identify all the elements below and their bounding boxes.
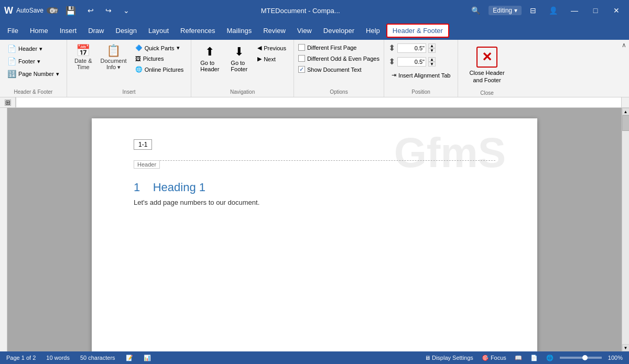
redo-button[interactable]: ↪: [101, 4, 116, 17]
date-time-btn[interactable]: 📅 Date &Time: [71, 43, 95, 72]
document-info-btn[interactable]: 📋 DocumentInfo ▾: [97, 43, 130, 73]
go-to-footer-btn[interactable]: ⬇ Go toFooter: [226, 43, 252, 74]
focus-btn[interactable]: 🎯 Focus: [480, 355, 508, 361]
diff-first-page-checkbox[interactable]: [298, 44, 305, 51]
online-pictures-btn[interactable]: 🌐 Online Pictures: [132, 64, 187, 74]
minimize-button[interactable]: —: [566, 2, 583, 19]
page-info[interactable]: Page 1 of 2: [4, 355, 38, 361]
ruler-toggle[interactable]: ⊞: [5, 100, 11, 106]
print-layout-btn[interactable]: 📄: [528, 355, 540, 361]
document-area[interactable]: GfmS 1-1 Header 1 Heading 1 Let's add pa…: [7, 108, 622, 351]
proofing-icon[interactable]: 📝: [124, 355, 135, 361]
left-ruler: [0, 108, 7, 351]
scroll-up-btn[interactable]: ▲: [622, 108, 630, 115]
char-count[interactable]: 50 characters: [78, 355, 117, 361]
heading1-number: 1: [134, 181, 140, 194]
close-header-footer-btn[interactable]: ✕ Close Headerand Footer: [462, 43, 511, 88]
insert-group-content: 📅 Date &Time 📋 DocumentInfo ▾ 🔷 Quick Pa…: [71, 43, 187, 87]
scroll-track[interactable]: [622, 115, 630, 344]
share-button[interactable]: 👤: [545, 4, 562, 17]
menu-help[interactable]: Help: [361, 25, 385, 37]
editing-dropdown[interactable]: Editing ▾: [489, 6, 522, 15]
quick-parts-icon: 🔷: [135, 45, 143, 51]
prev-next-col: ◀ Previous ▶ Next: [254, 43, 289, 64]
next-btn[interactable]: ▶ Next: [254, 54, 289, 64]
read-mode-btn[interactable]: 📖: [513, 355, 524, 361]
insert-alignment-tab-btn[interactable]: ⇥ Insert Alignment Tab: [388, 70, 453, 80]
bottom-position-up[interactable]: ▲: [428, 57, 436, 62]
ribbon-display-button[interactable]: ⊟: [526, 4, 540, 17]
right-scrollbar: ▲ ▼: [622, 108, 629, 351]
save-button[interactable]: 💾: [61, 4, 80, 18]
previous-btn[interactable]: ◀ Previous: [254, 43, 289, 53]
top-position-input[interactable]: [397, 43, 426, 53]
menu-mailings[interactable]: Mailings: [222, 25, 257, 37]
autosave-toggle[interactable]: Off: [47, 7, 58, 14]
header-dropdown-btn[interactable]: 📄 Header ▾: [4, 43, 62, 54]
show-doc-text-option[interactable]: Show Document Text: [298, 65, 362, 74]
zoom-percent[interactable]: 100%: [606, 355, 625, 361]
menu-insert[interactable]: Insert: [55, 25, 82, 37]
diff-odd-even-option[interactable]: Different Odd & Even Pages: [298, 54, 379, 63]
quick-parts-btn[interactable]: 🔷 Quick Parts ▾: [132, 43, 187, 53]
document-page: GfmS 1-1 Header 1 Heading 1 Let's add pa…: [92, 118, 537, 351]
online-pictures-label: Online Pictures: [145, 67, 184, 73]
diff-first-page-option[interactable]: Different First Page: [298, 43, 357, 52]
zoom-slider[interactable]: [560, 357, 602, 359]
document-info-icon: 📋: [106, 45, 121, 57]
menu-draw[interactable]: Draw: [83, 25, 109, 37]
top-position-up[interactable]: ▲: [428, 43, 436, 48]
hf-group-label: Header & Footer: [14, 87, 52, 95]
scroll-thumb[interactable]: [622, 115, 630, 131]
position-group-label: Position: [411, 87, 430, 95]
go-to-header-btn[interactable]: ⬆ Go toHeader: [196, 43, 224, 74]
menu-developer[interactable]: Developer: [318, 25, 360, 37]
ribbon-group-navigation: ⬆ Go toHeader ⬇ Go toFooter ◀ Previous ▶…: [191, 40, 294, 97]
ribbon-group-close: ✕ Close Headerand Footer Close: [458, 40, 515, 97]
footer-dropdown-arrow: ▾: [37, 58, 40, 65]
customize-qat-button[interactable]: ⌄: [119, 4, 134, 17]
status-left: Page 1 of 2 10 words 50 characters 📝 📊: [4, 355, 153, 361]
menu-design[interactable]: Design: [111, 25, 142, 37]
scroll-down-btn[interactable]: ▼: [622, 344, 630, 351]
search-button[interactable]: 🔍: [467, 4, 484, 17]
alignment-tab-icon: ⇥: [392, 72, 396, 79]
maximize-button[interactable]: □: [587, 2, 604, 19]
track-changes-icon[interactable]: 📊: [142, 355, 153, 361]
close-header-footer-label: Close Headerand Footer: [469, 69, 504, 84]
menu-review[interactable]: Review: [258, 25, 291, 37]
menu-references[interactable]: References: [175, 25, 220, 37]
zoom-thumb[interactable]: [582, 355, 588, 360]
next-icon: ▶: [257, 56, 262, 62]
word-count[interactable]: 10 words: [44, 355, 72, 361]
page-number-btn[interactable]: 🔢 Page Number ▾: [4, 68, 62, 80]
status-right: 🖥 Display Settings 🎯 Focus 📖 📄 🌐 100%: [422, 355, 625, 361]
menu-header-footer[interactable]: Header & Footer: [386, 24, 449, 38]
editing-chevron: ▾: [514, 7, 517, 14]
bottom-position-down[interactable]: ▼: [428, 62, 436, 67]
diff-odd-even-checkbox[interactable]: [298, 55, 305, 62]
header-section-label: Header: [134, 160, 160, 169]
pictures-btn[interactable]: 🖼 Pictures: [132, 54, 187, 63]
pictures-icon: 🖼: [135, 56, 141, 62]
bottom-position-icon: ⬍: [388, 57, 395, 67]
window-close-button[interactable]: ✕: [608, 2, 625, 19]
menu-layout[interactable]: Layout: [143, 25, 174, 37]
undo-button[interactable]: ↩: [83, 4, 98, 17]
ruler: ⊞: [0, 97, 629, 108]
bottom-position-input[interactable]: [397, 57, 426, 67]
ribbon-inner: 📄 Header ▾ 📄 Footer ▾ 🔢 Page Number ▾ He…: [0, 40, 629, 97]
show-doc-text-checkbox[interactable]: [298, 66, 305, 73]
web-layout-btn[interactable]: 🌐: [544, 355, 556, 361]
nav-group-content: ⬆ Go toHeader ⬇ Go toFooter ◀ Previous ▶…: [196, 43, 289, 87]
hf-group-content: 📄 Header ▾ 📄 Footer ▾ 🔢 Page Number ▾: [4, 43, 62, 87]
header-label: Header: [18, 46, 37, 52]
close-group-content: ✕ Close Headerand Footer: [462, 43, 511, 88]
footer-dropdown-btn[interactable]: 📄 Footer ▾: [4, 56, 62, 67]
menu-view[interactable]: View: [292, 25, 317, 37]
ribbon-collapse-btn[interactable]: ∧: [619, 40, 629, 50]
menu-file[interactable]: File: [2, 25, 24, 37]
top-position-down[interactable]: ▼: [428, 48, 436, 53]
menu-home[interactable]: Home: [25, 25, 53, 37]
display-settings[interactable]: 🖥 Display Settings: [422, 355, 475, 361]
